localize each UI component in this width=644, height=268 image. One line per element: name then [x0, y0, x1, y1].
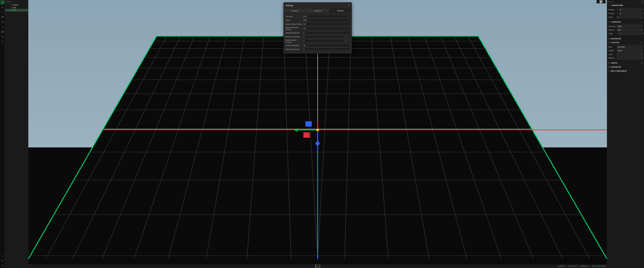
- prop-label: Body: [608, 46, 617, 48]
- entity-icon: [10, 4, 12, 6]
- expand-icon: ⊞: [608, 66, 610, 68]
- timestep-input[interactable]: [302, 15, 347, 18]
- unit-label: m·s⁻¹: [344, 39, 350, 42]
- advanced-section-1[interactable]: ⊞ ADVANCED: [607, 37, 644, 41]
- transform-icon: [608, 4, 610, 6]
- advanced-section-2[interactable]: ⊞ ADVANCED: [607, 65, 644, 69]
- svg-point-64: [609, 21, 610, 23]
- reset-button[interactable]: [602, 0, 606, 3]
- tab-graphics[interactable]: Graphics: [306, 9, 329, 13]
- section-title: GRAPHICS: [611, 21, 621, 23]
- svg-point-16: [2, 265, 3, 266]
- settings-tool-icon[interactable]: [0, 254, 5, 258]
- plus-icon: +: [608, 70, 610, 72]
- svg-rect-62: [316, 264, 320, 268]
- physics-icon: [608, 42, 610, 43]
- add-physics-material-button[interactable]: +: [640, 56, 643, 59]
- transform-scale-input[interactable]: [617, 15, 643, 18]
- app-logo[interactable]: [0, 0, 5, 5]
- svg-rect-56: [306, 121, 312, 127]
- inspector-search-input[interactable]: [608, 1, 640, 3]
- hierarchy-item-label: Camera: [12, 4, 18, 6]
- physics-section-header[interactable]: PHYSICS •••: [607, 41, 644, 44]
- rotation-x-input[interactable]: [619, 8, 642, 11]
- file-tool-icon[interactable]: [0, 19, 5, 24]
- svg-point-15: [2, 260, 2, 261]
- prop-label: Scale: [608, 33, 617, 35]
- transform-section-header[interactable]: TRANSFORM: [607, 3, 644, 7]
- svg-rect-7: [3, 31, 3, 32]
- add-layer-button[interactable]: +: [640, 53, 643, 56]
- visibility-icon[interactable]: [641, 1, 643, 3]
- section-menu-icon[interactable]: •••: [641, 42, 643, 43]
- entity-icon: [10, 9, 12, 11]
- depenetration-input[interactable]: [302, 39, 344, 42]
- axis-x-label: X: [617, 8, 619, 11]
- svg-point-10: [2, 36, 3, 37]
- position-x-input[interactable]: [619, 12, 642, 15]
- add-component-button[interactable]: + ADD COMPONENT: [607, 69, 644, 73]
- add-component-label: ADD COMPONENT: [610, 70, 627, 72]
- modal-title: Settings: [286, 4, 293, 7]
- section-menu-icon[interactable]: •••: [641, 21, 643, 23]
- field-label: Default Restitution: [286, 32, 302, 34]
- svg-point-11: [2, 40, 3, 41]
- graphics-scale-x-input[interactable]: [619, 32, 642, 35]
- hierarchy-item-light[interactable]: Light: [5, 6, 28, 9]
- section-title: TRANSFORM: [611, 4, 623, 6]
- close-icon[interactable]: ×: [348, 4, 350, 7]
- user-tool-icon[interactable]: [0, 263, 5, 268]
- graphics-section-header[interactable]: GRAPHICS •••: [607, 20, 644, 24]
- svg-point-13: [2, 42, 2, 42]
- section-title: PHYSICS: [611, 41, 619, 43]
- svg-point-65: [609, 22, 610, 22]
- field-label: Solver: [286, 19, 302, 21]
- joints-section[interactable]: ⊞ JOINTS: [607, 61, 644, 65]
- svg-point-14: [2, 256, 3, 256]
- svg-rect-57: [304, 132, 310, 138]
- axis-y-label: Y: [643, 8, 644, 11]
- svg-point-68: [609, 42, 610, 43]
- geometry-input[interactable]: [617, 25, 643, 28]
- layer-input[interactable]: [617, 53, 640, 56]
- tab-general[interactable]: General: [284, 9, 306, 13]
- axes-tool-icon[interactable]: [0, 39, 5, 44]
- chart-tool-icon[interactable]: [0, 29, 5, 34]
- joints-link-icon[interactable]: [641, 62, 643, 64]
- field-label: Bounce Threshold: [286, 36, 302, 38]
- hierarchy-search-input[interactable]: [6, 1, 27, 3]
- prop-label: Material: [608, 57, 617, 59]
- settings-modal: Settings × General Graphics Physics Time…: [284, 2, 352, 54]
- prop-label: Scale: [608, 16, 617, 18]
- body-input[interactable]: [617, 45, 643, 48]
- svg-point-58: [316, 129, 319, 131]
- velocity-iterations-input[interactable]: [302, 48, 350, 51]
- solver-input[interactable]: [302, 19, 350, 22]
- download-tool-icon[interactable]: [0, 24, 5, 29]
- restitution-input[interactable]: [302, 31, 350, 34]
- position-iterations-input[interactable]: [302, 44, 350, 47]
- code-tool-icon[interactable]: [0, 10, 5, 14]
- tag-tool-icon[interactable]: [0, 258, 5, 263]
- tab-physics[interactable]: Physics: [329, 9, 352, 13]
- bounce-threshold-input[interactable]: [302, 35, 344, 38]
- prop-label: Material: [608, 29, 617, 31]
- svg-rect-8: [2, 36, 3, 37]
- dynamic-friction-input[interactable]: [302, 27, 350, 30]
- static-friction-input[interactable]: [302, 23, 350, 26]
- prop-label: Rotation: [608, 9, 617, 11]
- physics-material-input[interactable]: [617, 56, 640, 59]
- graphics-material-input[interactable]: [617, 28, 640, 31]
- expand-icon: ⊞: [608, 37, 610, 40]
- expand-icon: ⊞: [608, 62, 610, 64]
- archive-tool-icon[interactable]: [0, 14, 5, 19]
- hierarchy-item-camera[interactable]: Camera: [5, 3, 28, 6]
- svg-point-1: [1, 3, 2, 4]
- bot-tool-icon[interactable]: [0, 34, 5, 39]
- move-tool-icon[interactable]: [0, 5, 5, 10]
- add-material-button[interactable]: +: [640, 28, 643, 31]
- prop-label: Layer: [608, 53, 617, 55]
- svg-point-12: [3, 42, 3, 42]
- hierarchy-item-floor[interactable]: Floor: [5, 9, 28, 11]
- collider-input[interactable]: [617, 49, 643, 52]
